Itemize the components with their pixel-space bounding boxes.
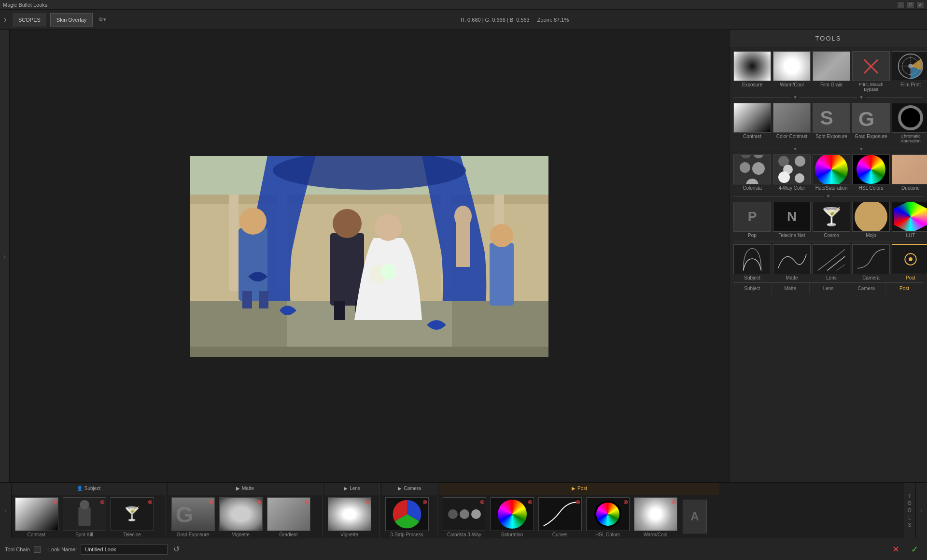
look-saturation-label: Saturation [501,532,523,537]
look-next-partial[interactable]: A [680,500,709,534]
tools-row-3: Colorista 4-Way Color [733,154,923,191]
look-hslcolors-close[interactable]: ⊗ [623,499,628,505]
settings-icon[interactable]: ⚙▾ [98,16,106,23]
tool-chain-checkbox[interactable] [34,546,41,553]
cancel-button[interactable]: ✕ [888,544,903,555]
look-hslcolors[interactable]: ⊗ HSL Colors [585,497,631,537]
tools-letter-o: O [908,501,912,506]
look-spot-close[interactable]: ⊗ [100,499,105,505]
preview-area [10,30,729,482]
look-vignette[interactable]: ⊗ Vignette [326,497,372,537]
topbar-chevron[interactable]: › [4,14,7,25]
look-spot-thumb: ⊗ [63,497,106,531]
tool-camera-cat[interactable]: Camera [852,244,890,280]
divider-arrow-5[interactable]: ▼ [826,194,831,199]
divider-arrow-4[interactable]: ▼ [859,146,864,152]
left-collapse-button[interactable]: › [0,30,10,482]
look-name-input[interactable] [81,544,168,555]
tool-hsl-colors-thumb [852,154,890,184]
matte-section-icon: ▶ [236,486,240,491]
cat-post[interactable]: Post [885,283,923,294]
divider-arrow-3[interactable]: ▼ [793,146,798,152]
look-gradient[interactable]: ⊗ Gradient [266,497,311,537]
tool-cosmo[interactable]: 🍸 Cosmo [813,202,850,238]
bottom-right-arrow[interactable]: › [915,483,927,538]
look-curves[interactable]: ⊗ Curves [537,497,583,537]
look-contrast[interactable]: ⊗ Contrast [14,497,59,537]
look-telecine-close[interactable]: ⊗ [148,499,153,505]
ok-button[interactable]: ✓ [907,544,922,555]
cat-camera[interactable]: Camera [847,283,885,294]
tool-print-bleach-thumb [852,51,890,81]
tool-contrast[interactable]: Contrast [733,103,771,139]
matte-section-label: Matte [242,486,254,491]
look-saturation-close[interactable]: ⊗ [528,499,533,505]
tools-row-2: Contrast Color Contrast S [733,103,923,143]
svg-point-15 [333,209,362,238]
skin-overlay-button[interactable]: Skin Overlay [50,13,93,27]
tool-4way-color[interactable]: 4-Way Color [773,154,811,191]
tool-film-grain[interactable]: Film Grain [813,51,850,87]
look-curves-close[interactable]: ⊗ [576,499,580,505]
tool-duotone[interactable]: Duotone [892,154,927,191]
tool-grad-exposure[interactable]: G Grad Exposure [852,103,890,139]
tool-telecine-net[interactable]: N Telecine Net [773,202,811,238]
tool-colorista[interactable]: Colorista [733,154,771,191]
tool-spot-exposure[interactable]: S Spot Exposure [813,103,850,139]
look-gradient-close[interactable]: ⊗ [304,499,309,505]
bottom-left-arrow[interactable]: ‹ [0,483,12,538]
tool-warm-cool[interactable]: Warm/Cool [773,51,811,87]
post-section-header: ▶ Post [439,483,719,495]
tool-mojo[interactable]: Mojo [852,202,890,238]
camera-section-label: Camera [404,486,421,491]
look-3strip-thumb: ⊗ [385,497,429,531]
tool-hue-saturation[interactable]: Hue/Saturation [813,154,850,191]
look-contrast-close[interactable]: ⊗ [52,499,57,505]
divider-arrow-1[interactable]: ▼ [793,95,798,100]
look-colorista3way-close[interactable]: ⊗ [480,499,485,505]
tool-hsl-colors[interactable]: HSL Colors [852,154,890,191]
look-saturation[interactable]: ⊗ Saturation [489,497,535,537]
tools-letter-l: L [908,515,911,520]
look-3strip[interactable]: ⊗ 3-Strip Process [384,497,430,537]
look-grad-close[interactable]: ⊗ [209,499,213,505]
tool-film-print[interactable]: Film Print [892,51,927,87]
look-vignette-close[interactable]: ⊗ [365,499,370,505]
tool-chromatic-aberration[interactable]: Chromatic Aberration [892,103,927,143]
look-3strip-close[interactable]: ⊗ [422,499,427,505]
tool-pop[interactable]: P Pop [733,202,771,238]
tool-lens-cat[interactable]: Lens [813,244,850,280]
reset-button[interactable]: ↺ [173,545,180,554]
look-telecine[interactable]: ⊗ 🍸 Telecine [109,497,155,537]
close-button[interactable]: × [916,1,924,8]
tool-grad-exposure-label: Grad Exposure [855,134,887,139]
minimize-button[interactable]: ─ [897,1,905,8]
camera-section-icon: ▶ [398,486,402,491]
cat-lens[interactable]: Lens [810,283,848,294]
divider-1: ▼ ▼ [733,94,923,101]
tool-subject-cat[interactable]: Subject [733,244,771,280]
scopes-button[interactable]: SCOPES [13,13,46,27]
cat-matte[interactable]: Matte [772,283,810,294]
color-info: R: 0.680 | G: 0.666 | B: 0.563 [461,17,530,23]
look-colorista3way[interactable]: ⊗ Colorista 3-Way [441,497,487,537]
maximize-button[interactable]: □ [907,1,914,8]
look-vignette2-close[interactable]: ⊗ [256,499,261,505]
look-grad[interactable]: ⊗ G Grad Exposure [170,497,216,537]
subject-section-header: 👤 Subject [12,483,166,495]
look-warmcool-close[interactable]: ⊗ [671,499,676,505]
look-warmcool[interactable]: ⊗ Warm/Cool [632,497,678,537]
look-vignette2[interactable]: ⊗ Vignette [218,497,264,537]
svg-point-37 [909,257,913,261]
tool-print-bleach[interactable]: Print, Bleach Bypass [852,51,890,92]
look-spot[interactable]: ⊗ Spot Kill [61,497,107,537]
look-3strip-label: 3-Strip Process [390,532,423,537]
tool-film-print-thumb [892,51,927,81]
cat-subject[interactable]: Subject [733,283,772,294]
tool-post-cat[interactable]: Post [892,244,927,280]
divider-arrow-2[interactable]: ▼ [859,95,864,100]
tool-color-contrast[interactable]: Color Contrast [773,103,811,139]
tool-exposure[interactable]: Exposure [733,51,771,87]
tool-matte-cat[interactable]: Matte [773,244,811,280]
tool-lut[interactable]: LUT [892,202,927,238]
